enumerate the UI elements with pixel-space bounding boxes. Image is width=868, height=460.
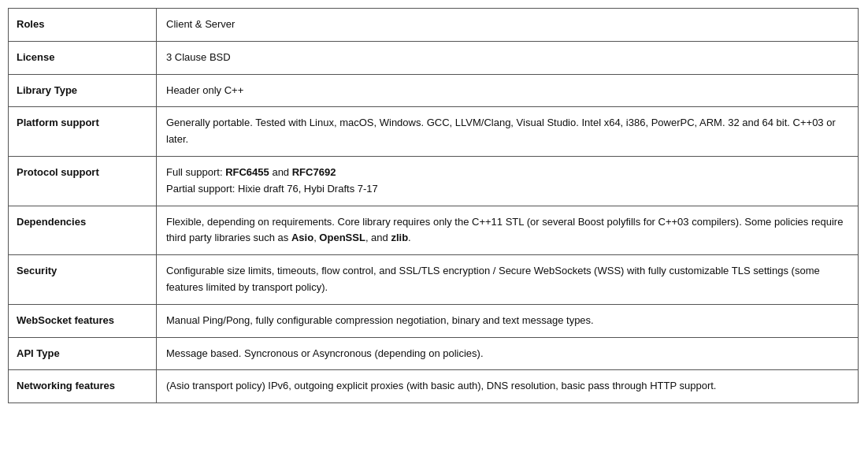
value-protocol-support: Full support: RFC6455 and RFC7692Partial… bbox=[157, 157, 858, 206]
value-dependencies: Flexible, depending on requirements. Cor… bbox=[157, 206, 858, 255]
label-roles: Roles bbox=[9, 9, 157, 41]
feature-table: RolesClient & ServerLicense3 Clause BSDL… bbox=[8, 8, 859, 403]
value-websocket-features: Manual Ping/Pong, fully configurable com… bbox=[157, 305, 858, 337]
label-websocket-features: WebSocket features bbox=[9, 305, 157, 337]
label-dependencies: Dependencies bbox=[9, 206, 157, 255]
value-api-type: Message based. Syncronous or Asyncronous… bbox=[157, 338, 858, 370]
table-row: DependenciesFlexible, depending on requi… bbox=[9, 206, 858, 256]
label-library-type: Library Type bbox=[9, 75, 157, 107]
table-row: WebSocket featuresManual Ping/Pong, full… bbox=[9, 305, 858, 338]
table-row: API TypeMessage based. Syncronous or Asy… bbox=[9, 338, 858, 371]
value-platform-support: Generally portable. Tested with Linux, m… bbox=[157, 107, 858, 156]
table-row: License3 Clause BSD bbox=[9, 42, 858, 75]
label-security: Security bbox=[9, 255, 157, 304]
table-row: RolesClient & Server bbox=[9, 9, 858, 42]
value-license: 3 Clause BSD bbox=[157, 42, 858, 74]
value-security: Configurable size limits, timeouts, flow… bbox=[157, 255, 858, 304]
value-networking-features: (Asio transport policy) IPv6, outgoing e… bbox=[157, 370, 858, 402]
table-row: Platform supportGenerally portable. Test… bbox=[9, 107, 858, 157]
label-license: License bbox=[9, 42, 157, 74]
table-row: Networking features(Asio transport polic… bbox=[9, 370, 858, 402]
label-api-type: API Type bbox=[9, 338, 157, 370]
table-row: Library TypeHeader only C++ bbox=[9, 75, 858, 108]
value-library-type: Header only C++ bbox=[157, 75, 858, 107]
table-row: SecurityConfigurable size limits, timeou… bbox=[9, 255, 858, 305]
label-protocol-support: Protocol support bbox=[9, 157, 157, 206]
label-platform-support: Platform support bbox=[9, 107, 157, 156]
label-networking-features: Networking features bbox=[9, 370, 157, 402]
value-roles: Client & Server bbox=[157, 9, 858, 41]
table-row: Protocol supportFull support: RFC6455 an… bbox=[9, 157, 858, 206]
